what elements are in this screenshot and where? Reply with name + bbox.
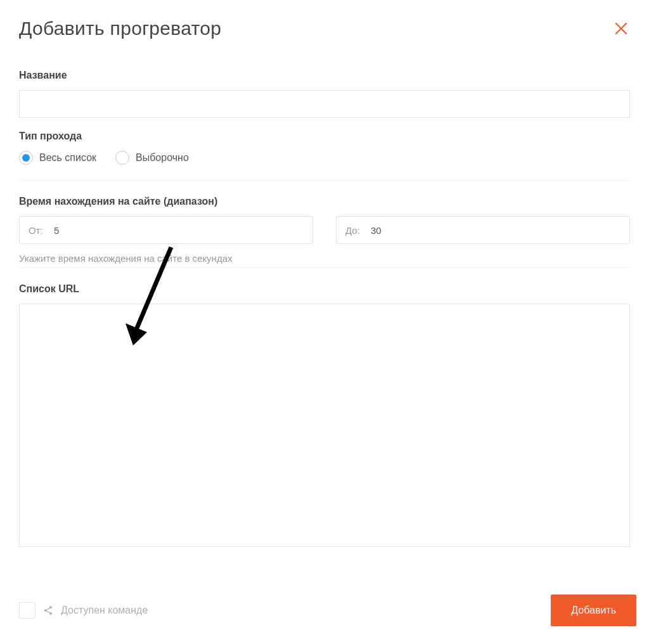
svg-point-0 xyxy=(49,606,52,609)
radio-full-label: Весь список xyxy=(39,152,96,164)
time-to-box[interactable]: До: xyxy=(336,216,630,244)
radio-unselected-icon xyxy=(115,151,129,165)
add-button[interactable]: Добавить xyxy=(551,595,636,626)
svg-point-2 xyxy=(49,612,52,615)
time-helper-text: Укажите время нахождения на сайте в секу… xyxy=(19,253,630,264)
radio-selected-icon xyxy=(19,151,33,165)
time-from-box[interactable]: От: xyxy=(19,216,313,244)
name-input[interactable] xyxy=(19,90,630,118)
radio-full-list[interactable]: Весь список xyxy=(19,151,96,165)
radio-selective-label: Выборочно xyxy=(136,152,189,164)
time-range-label: Время нахождения на сайте (диапазон) xyxy=(19,196,630,207)
svg-point-1 xyxy=(44,609,47,612)
close-button[interactable] xyxy=(612,20,630,37)
close-icon xyxy=(614,21,629,36)
radio-selective[interactable]: Выборочно xyxy=(115,151,189,165)
time-to-input[interactable] xyxy=(371,225,620,236)
pass-type-label: Тип прохода xyxy=(19,131,630,142)
from-prefix: От: xyxy=(29,225,46,236)
url-list-textarea[interactable] xyxy=(19,304,630,547)
url-list-label: Список URL xyxy=(19,283,630,295)
modal-title: Добавить прогреватор xyxy=(19,18,221,39)
name-label: Название xyxy=(19,70,630,81)
divider xyxy=(19,267,630,268)
to-prefix: До: xyxy=(345,225,363,236)
team-label: Доступен команде xyxy=(61,605,148,616)
team-available-toggle[interactable]: Доступен команде xyxy=(19,602,148,619)
checkbox-icon xyxy=(19,602,35,619)
time-from-input[interactable] xyxy=(54,225,304,236)
share-icon xyxy=(43,605,53,615)
divider xyxy=(19,180,630,181)
